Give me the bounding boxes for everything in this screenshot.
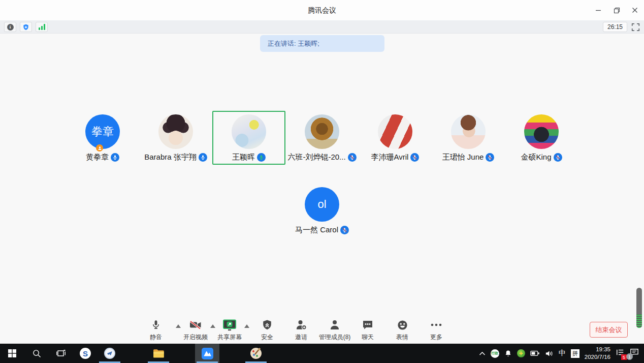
network-security-shield-icon [22, 23, 29, 31]
minimize-button[interactable] [589, 0, 607, 20]
taskbar-clock[interactable]: 19:35 2020/7/16 [585, 346, 610, 361]
control-label: 表情 [396, 333, 408, 342]
speaking-banner: 正在讲话: 王颖晖; [260, 35, 384, 52]
control-label: 静音 [150, 333, 162, 342]
close-icon [632, 7, 638, 13]
participant-tile[interactable]: 拳章 黄拳章 [66, 111, 139, 165]
avatar [378, 114, 412, 149]
audio-level-meter [636, 288, 642, 328]
avatar [232, 114, 266, 149]
mic-muted-icon [410, 153, 419, 162]
taskbar-date: 2020/7/16 [585, 353, 610, 361]
host-badge-icon [96, 144, 103, 152]
control-label: 更多 [430, 333, 442, 342]
control-label: 开启视频 [183, 333, 208, 342]
mic-muted-icon [340, 226, 349, 234]
mic-muted-icon [486, 153, 494, 162]
signal-strength-button[interactable] [36, 22, 48, 32]
file-explorer-icon [153, 349, 165, 358]
more-button[interactable]: 更多 [413, 318, 459, 342]
tencent-meeting-window: 腾讯会议 i 26:15 [0, 0, 644, 363]
windows-start-icon [8, 349, 16, 357]
meeting-info-button[interactable]: i [4, 22, 16, 32]
titlebar: 腾讯会议 [0, 0, 644, 20]
action-center-button[interactable]: 1 [630, 348, 639, 358]
fullscreen-icon[interactable] [631, 23, 640, 32]
mic-on-icon [199, 153, 207, 162]
participant-tile[interactable]: 王珺怡 June [432, 111, 505, 165]
tencent-meeting-taskbar-button[interactable] [195, 344, 219, 363]
ime-language-indicator[interactable]: 中 [559, 349, 566, 358]
control-label: 共享屏幕 [217, 333, 242, 342]
speaker-icon[interactable] [545, 350, 554, 357]
chat-bubble-icon [362, 318, 374, 331]
taskbar-search-button[interactable] [24, 344, 49, 363]
participant-tile[interactable]: Barabra 张宇翔 [139, 111, 212, 165]
participant-name: 六班-刘烨锟-20... [287, 153, 345, 162]
task-view-button[interactable] [49, 344, 73, 363]
task-view-icon [56, 349, 66, 357]
audio-level-fill [636, 314, 642, 328]
bell-icon[interactable] [504, 349, 512, 357]
participant-name: 金硕King [521, 153, 551, 162]
more-dots-icon [430, 318, 443, 331]
chevron-up-icon[interactable] [479, 351, 486, 356]
windows-taskbar: S [0, 344, 644, 363]
participant-tile[interactable]: 六班-刘烨锟-20... [285, 111, 359, 165]
minimize-icon [595, 7, 601, 13]
mic-muted-icon [348, 153, 357, 162]
ime-mode-indicator[interactable]: 拼 [571, 349, 579, 358]
participant-tile[interactable]: ol 马一然 Carol [285, 184, 359, 237]
share-screen-icon [222, 318, 237, 331]
restore-button[interactable] [607, 0, 626, 20]
battery-icon[interactable] [530, 350, 540, 357]
participant-name: 李沛珊Avril [371, 153, 409, 162]
mail-app-button[interactable] [98, 344, 122, 363]
participant-tile[interactable]: 李沛珊Avril [359, 111, 432, 165]
participant-name: Barabra 张宇翔 [144, 153, 197, 162]
speaking-banner-text: 正在讲话: 王颖晖; [268, 39, 319, 48]
avatar: 拳章 [85, 114, 120, 149]
end-meeting-button[interactable]: 结束会议 [590, 322, 628, 338]
green-app-tray-icon[interactable]: 行政 [491, 349, 499, 358]
restore-icon [614, 7, 620, 14]
mic-speaking-icon [257, 153, 266, 162]
participant-name: 黄拳章 [86, 153, 109, 162]
paint-icon [250, 348, 262, 359]
control-label: 邀请 [295, 333, 307, 342]
mail-app-icon [104, 348, 115, 359]
invite-person-icon [295, 318, 307, 331]
mic-on-icon [111, 153, 119, 162]
participant-name: 王珺怡 June [442, 153, 484, 162]
avatar [524, 114, 559, 149]
camera-off-icon [189, 318, 202, 331]
members-icon [329, 318, 341, 331]
meeting-info-icon: i [7, 24, 14, 31]
tencent-meeting-icon [202, 348, 213, 359]
sogou-browser-button[interactable]: S [73, 344, 98, 363]
control-label: 安全 [261, 333, 273, 342]
signal-strength-icon [39, 24, 45, 30]
microphone-icon [150, 318, 162, 331]
antivirus-shield-icon[interactable] [517, 349, 525, 357]
mic-muted-icon [554, 153, 562, 162]
paint-button[interactable] [244, 344, 268, 363]
network-security-button[interactable] [20, 22, 32, 32]
meeting-timer: 26:15 [603, 22, 627, 32]
avatar: ol [305, 187, 339, 222]
participant-name: 马一然 Carol [295, 225, 338, 235]
sogou-browser-icon: S [80, 348, 91, 359]
close-button[interactable] [626, 0, 644, 20]
participant-tile[interactable]: 金硕King [505, 111, 578, 165]
start-button[interactable] [0, 344, 24, 363]
emoji-icon [397, 318, 408, 331]
avatar [305, 114, 339, 149]
window-title: 腾讯会议 [0, 0, 644, 20]
taskbar-time: 19:35 [585, 346, 610, 353]
file-explorer-button[interactable] [146, 344, 171, 363]
search-icon [33, 349, 41, 358]
participant-name: 王颖晖 [232, 153, 255, 162]
participant-tile-speaking[interactable]: 王颖晖 [212, 111, 285, 165]
mute-button[interactable]: 静音 [133, 318, 179, 342]
notification-tray-button[interactable]: 5 [616, 348, 625, 358]
